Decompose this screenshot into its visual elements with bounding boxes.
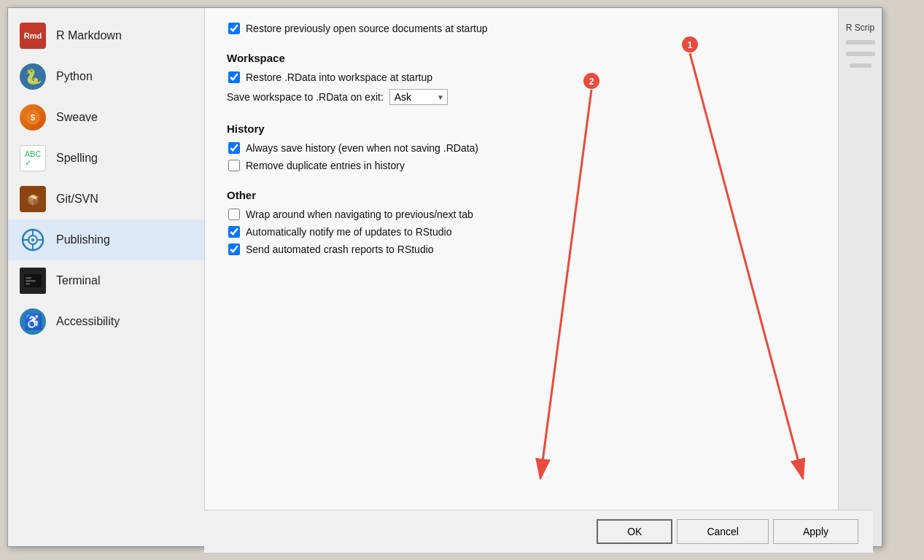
workspace-section-title: Workspace <box>227 52 816 64</box>
rmarkdown-icon: Rmd <box>20 23 46 49</box>
save-workspace-label: Save workspace to .RData on exit: <box>227 91 384 103</box>
save-workspace-select-wrapper: Ask Always Never <box>389 89 448 105</box>
sidebar-item-terminal[interactable]: Terminal <box>8 260 204 301</box>
badge1-text: 1 <box>688 40 693 50</box>
remove-duplicates-row: Remove duplicate entries in history <box>228 160 816 171</box>
sidebar-item-label-spelling: Spelling <box>56 152 98 165</box>
restore-rdata-checkbox[interactable] <box>228 71 240 83</box>
publishing-icon <box>20 227 46 253</box>
r-script-label: R Scrip <box>846 23 874 33</box>
spelling-icon: ABC✓ <box>20 145 46 171</box>
sweave-icon: S <box>20 104 46 131</box>
arrow1 <box>690 53 803 478</box>
sidebar-item-label-terminal: Terminal <box>56 274 100 287</box>
sidebar-item-publishing[interactable]: Publishing <box>8 219 204 260</box>
sidebar-item-sweave[interactable]: S Sweave <box>8 97 204 138</box>
sidebar-item-label-python: Python <box>56 70 93 83</box>
badge1-circle <box>682 36 698 52</box>
sidebar-item-gitsvn[interactable]: 📦 Git/SVN <box>8 179 204 219</box>
save-workspace-row: Save workspace to .RData on exit: Ask Al… <box>227 89 816 105</box>
apply-button[interactable]: Apply <box>773 519 858 544</box>
sidebar-item-label-rmarkdown: R Markdown <box>56 29 122 42</box>
sidebar-item-label-publishing: Publishing <box>56 233 110 246</box>
svg-rect-14 <box>26 283 30 285</box>
svg-text:S: S <box>31 114 36 122</box>
history-section-title: History <box>227 122 816 135</box>
svg-point-6 <box>31 238 34 241</box>
r-script-line-1 <box>846 40 875 44</box>
main-content: Restore previously open source documents… <box>205 8 838 546</box>
gitsvn-icon: 📦 <box>20 186 46 212</box>
remove-duplicates-checkbox[interactable] <box>228 160 240 171</box>
accessibility-icon: ♿ <box>20 308 46 335</box>
svg-rect-12 <box>26 277 31 279</box>
always-save-history-row: Always save history (even when not savin… <box>228 142 816 154</box>
sidebar-item-label-gitsvn: Git/SVN <box>56 192 98 206</box>
wrap-around-checkbox[interactable] <box>228 209 240 220</box>
remove-duplicates-label: Remove duplicate entries in history <box>246 160 405 171</box>
svg-rect-13 <box>26 280 36 282</box>
restore-source-checkbox[interactable] <box>228 23 240 34</box>
sidebar-item-rmarkdown[interactable]: Rmd R Markdown <box>8 15 204 56</box>
always-save-history-checkbox[interactable] <box>228 142 240 154</box>
sidebar-item-spelling[interactable]: ABC✓ Spelling <box>8 138 204 179</box>
python-icon: 🐍 <box>20 63 46 90</box>
wrap-around-row: Wrap around when navigating to previous/… <box>228 209 816 220</box>
cancel-button[interactable]: Cancel <box>677 519 769 544</box>
restore-source-row: Restore previously open source documents… <box>228 23 816 34</box>
sidebar-item-accessibility[interactable]: ♿ Accessibility <box>8 301 204 342</box>
right-panel: R Scrip <box>838 8 882 546</box>
other-section-title: Other <box>227 189 816 201</box>
terminal-icon <box>20 268 46 294</box>
always-save-history-label: Always save history (even when not savin… <box>246 142 478 154</box>
dialog-footer: OK Cancel Apply <box>204 510 873 553</box>
restore-rdata-row: Restore .RData into workspace at startup <box>228 71 816 83</box>
sidebar-item-python[interactable]: 🐍 Python <box>8 56 204 97</box>
crash-reports-row: Send automated crash reports to RStudio <box>228 244 816 255</box>
crash-reports-checkbox[interactable] <box>228 244 240 255</box>
notify-updates-label: Automatically notify me of updates to RS… <box>246 226 451 238</box>
restore-rdata-label: Restore .RData into workspace at startup <box>246 71 432 83</box>
save-workspace-select[interactable]: Ask Always Never <box>389 89 448 105</box>
notify-updates-checkbox[interactable] <box>228 226 240 238</box>
ok-button[interactable]: OK <box>597 519 672 544</box>
sidebar-item-label-accessibility: Accessibility <box>56 315 120 328</box>
r-script-line-2 <box>846 52 875 56</box>
wrap-around-label: Wrap around when navigating to previous/… <box>246 209 473 220</box>
notify-updates-row: Automatically notify me of updates to RS… <box>228 226 816 238</box>
sidebar: Rmd R Markdown 🐍 Python S Sweave ABC✓ Sp… <box>8 8 205 546</box>
svg-text:📦: 📦 <box>27 194 40 206</box>
r-script-line-3 <box>850 63 871 68</box>
sidebar-item-label-sweave: Sweave <box>56 111 98 124</box>
crash-reports-label: Send automated crash reports to RStudio <box>246 244 434 255</box>
restore-source-label: Restore previously open source documents… <box>246 23 488 34</box>
